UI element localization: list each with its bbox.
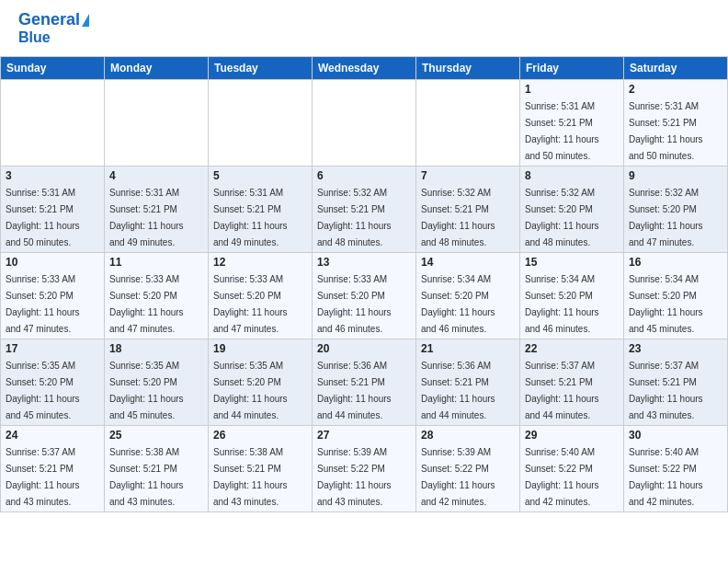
- calendar-day-cell: 13Sunrise: 5:33 AM Sunset: 5:20 PM Dayli…: [313, 253, 416, 339]
- calendar-day-cell: 2Sunrise: 5:31 AM Sunset: 5:21 PM Daylig…: [624, 80, 728, 167]
- day-number: 19: [213, 342, 307, 355]
- day-info: Sunrise: 5:37 AM Sunset: 5:21 PM Dayligh…: [6, 447, 80, 507]
- calendar-week-1: 1Sunrise: 5:31 AM Sunset: 5:21 PM Daylig…: [1, 80, 728, 167]
- day-number: 6: [317, 169, 411, 182]
- day-number: 12: [213, 256, 307, 269]
- day-number: 1: [525, 83, 619, 96]
- day-info: Sunrise: 5:31 AM Sunset: 5:21 PM Dayligh…: [525, 101, 599, 161]
- day-number: 10: [6, 256, 99, 269]
- day-info: Sunrise: 5:31 AM Sunset: 5:21 PM Dayligh…: [6, 188, 80, 247]
- calendar-day-cell: [1, 80, 105, 167]
- day-number: 8: [525, 169, 619, 182]
- calendar-day-cell: 3Sunrise: 5:31 AM Sunset: 5:21 PM Daylig…: [1, 167, 105, 253]
- day-number: 13: [317, 256, 411, 269]
- day-number: 20: [317, 342, 411, 355]
- day-number: 5: [213, 169, 307, 182]
- calendar-day-cell: 12Sunrise: 5:33 AM Sunset: 5:20 PM Dayli…: [209, 253, 313, 339]
- calendar-table: SundayMondayTuesdayWednesdayThursdayFrid…: [0, 56, 728, 512]
- day-number: 4: [109, 169, 203, 182]
- weekday-header-sunday: Sunday: [1, 57, 105, 80]
- day-number: 30: [629, 429, 722, 442]
- calendar-day-cell: 24Sunrise: 5:37 AM Sunset: 5:21 PM Dayli…: [1, 426, 105, 512]
- calendar-day-cell: 10Sunrise: 5:33 AM Sunset: 5:20 PM Dayli…: [1, 253, 105, 339]
- calendar-day-cell: 22Sunrise: 5:37 AM Sunset: 5:21 PM Dayli…: [520, 339, 624, 426]
- logo-blue: Blue: [18, 29, 51, 46]
- day-number: 29: [525, 429, 619, 442]
- day-info: Sunrise: 5:31 AM Sunset: 5:21 PM Dayligh…: [629, 101, 703, 161]
- day-number: 17: [6, 342, 99, 355]
- calendar-day-cell: [105, 80, 209, 167]
- calendar-week-4: 17Sunrise: 5:35 AM Sunset: 5:20 PM Dayli…: [1, 339, 728, 426]
- calendar-day-cell: 25Sunrise: 5:38 AM Sunset: 5:21 PM Dayli…: [105, 426, 209, 512]
- weekday-header-wednesday: Wednesday: [313, 57, 416, 80]
- day-info: Sunrise: 5:34 AM Sunset: 5:20 PM Dayligh…: [525, 274, 599, 334]
- day-number: 28: [421, 429, 515, 442]
- calendar-day-cell: 30Sunrise: 5:40 AM Sunset: 5:22 PM Dayli…: [624, 426, 728, 512]
- weekday-header-friday: Friday: [520, 57, 624, 80]
- day-number: 11: [109, 256, 203, 269]
- day-info: Sunrise: 5:33 AM Sunset: 5:20 PM Dayligh…: [213, 274, 288, 334]
- calendar-day-cell: 23Sunrise: 5:37 AM Sunset: 5:21 PM Dayli…: [624, 339, 728, 426]
- day-number: 27: [317, 429, 411, 442]
- day-number: 2: [629, 83, 722, 96]
- calendar-day-cell: [209, 80, 313, 167]
- day-info: Sunrise: 5:35 AM Sunset: 5:20 PM Dayligh…: [109, 361, 184, 420]
- day-info: Sunrise: 5:32 AM Sunset: 5:20 PM Dayligh…: [525, 188, 599, 247]
- day-info: Sunrise: 5:37 AM Sunset: 5:21 PM Dayligh…: [525, 361, 599, 420]
- calendar-day-cell: 8Sunrise: 5:32 AM Sunset: 5:20 PM Daylig…: [520, 167, 624, 253]
- calendar-subtitle: [0, 49, 728, 56]
- weekday-header-monday: Monday: [105, 57, 209, 80]
- day-info: Sunrise: 5:36 AM Sunset: 5:21 PM Dayligh…: [421, 361, 495, 420]
- day-info: Sunrise: 5:36 AM Sunset: 5:21 PM Dayligh…: [317, 361, 392, 420]
- calendar-day-cell: 6Sunrise: 5:32 AM Sunset: 5:21 PM Daylig…: [313, 167, 416, 253]
- day-info: Sunrise: 5:31 AM Sunset: 5:21 PM Dayligh…: [213, 188, 288, 247]
- day-info: Sunrise: 5:33 AM Sunset: 5:20 PM Dayligh…: [109, 274, 184, 334]
- calendar-day-cell: 26Sunrise: 5:38 AM Sunset: 5:21 PM Dayli…: [209, 426, 313, 512]
- day-info: Sunrise: 5:35 AM Sunset: 5:20 PM Dayligh…: [6, 361, 80, 420]
- day-number: 18: [109, 342, 203, 355]
- calendar-day-cell: 16Sunrise: 5:34 AM Sunset: 5:20 PM Dayli…: [624, 253, 728, 339]
- day-info: Sunrise: 5:40 AM Sunset: 5:22 PM Dayligh…: [525, 447, 599, 507]
- weekday-header-tuesday: Tuesday: [209, 57, 313, 80]
- calendar-day-cell: [313, 80, 416, 167]
- day-number: 7: [421, 169, 515, 182]
- day-info: Sunrise: 5:34 AM Sunset: 5:20 PM Dayligh…: [421, 274, 495, 334]
- calendar-day-cell: 5Sunrise: 5:31 AM Sunset: 5:21 PM Daylig…: [209, 167, 313, 253]
- calendar-day-cell: 27Sunrise: 5:39 AM Sunset: 5:22 PM Dayli…: [313, 426, 416, 512]
- day-info: Sunrise: 5:35 AM Sunset: 5:20 PM Dayligh…: [213, 361, 288, 420]
- day-info: Sunrise: 5:39 AM Sunset: 5:22 PM Dayligh…: [421, 447, 495, 507]
- day-number: 26: [213, 429, 307, 442]
- day-number: 16: [629, 256, 722, 269]
- day-info: Sunrise: 5:34 AM Sunset: 5:20 PM Dayligh…: [629, 274, 703, 334]
- calendar-day-cell: 28Sunrise: 5:39 AM Sunset: 5:22 PM Dayli…: [416, 426, 520, 512]
- day-info: Sunrise: 5:39 AM Sunset: 5:22 PM Dayligh…: [317, 447, 392, 507]
- calendar-day-cell: 21Sunrise: 5:36 AM Sunset: 5:21 PM Dayli…: [416, 339, 520, 426]
- page-header: General Blue: [0, 0, 728, 49]
- day-info: Sunrise: 5:40 AM Sunset: 5:22 PM Dayligh…: [629, 447, 703, 507]
- weekday-header-thursday: Thursday: [416, 57, 520, 80]
- day-number: 23: [629, 342, 722, 355]
- day-info: Sunrise: 5:37 AM Sunset: 5:21 PM Dayligh…: [629, 361, 703, 420]
- calendar-day-cell: 18Sunrise: 5:35 AM Sunset: 5:20 PM Dayli…: [105, 339, 209, 426]
- day-info: Sunrise: 5:38 AM Sunset: 5:21 PM Dayligh…: [213, 447, 288, 507]
- calendar-day-cell: 17Sunrise: 5:35 AM Sunset: 5:20 PM Dayli…: [1, 339, 105, 426]
- day-info: Sunrise: 5:33 AM Sunset: 5:20 PM Dayligh…: [6, 274, 80, 334]
- day-info: Sunrise: 5:32 AM Sunset: 5:21 PM Dayligh…: [421, 188, 495, 247]
- logo-text: General: [18, 11, 89, 29]
- calendar-week-3: 10Sunrise: 5:33 AM Sunset: 5:20 PM Dayli…: [1, 253, 728, 339]
- calendar-day-cell: [416, 80, 520, 167]
- day-number: 21: [421, 342, 515, 355]
- day-number: 3: [6, 169, 99, 182]
- calendar-day-cell: 29Sunrise: 5:40 AM Sunset: 5:22 PM Dayli…: [520, 426, 624, 512]
- day-number: 14: [421, 256, 515, 269]
- logo: General Blue: [18, 11, 89, 45]
- calendar-day-cell: 1Sunrise: 5:31 AM Sunset: 5:21 PM Daylig…: [520, 80, 624, 167]
- day-info: Sunrise: 5:31 AM Sunset: 5:21 PM Dayligh…: [109, 188, 184, 247]
- calendar-day-cell: 11Sunrise: 5:33 AM Sunset: 5:20 PM Dayli…: [105, 253, 209, 339]
- calendar-week-2: 3Sunrise: 5:31 AM Sunset: 5:21 PM Daylig…: [1, 167, 728, 253]
- calendar-day-cell: 4Sunrise: 5:31 AM Sunset: 5:21 PM Daylig…: [105, 167, 209, 253]
- calendar-day-cell: 9Sunrise: 5:32 AM Sunset: 5:20 PM Daylig…: [624, 167, 728, 253]
- day-number: 15: [525, 256, 619, 269]
- calendar-day-cell: 20Sunrise: 5:36 AM Sunset: 5:21 PM Dayli…: [313, 339, 416, 426]
- day-info: Sunrise: 5:32 AM Sunset: 5:21 PM Dayligh…: [317, 188, 392, 247]
